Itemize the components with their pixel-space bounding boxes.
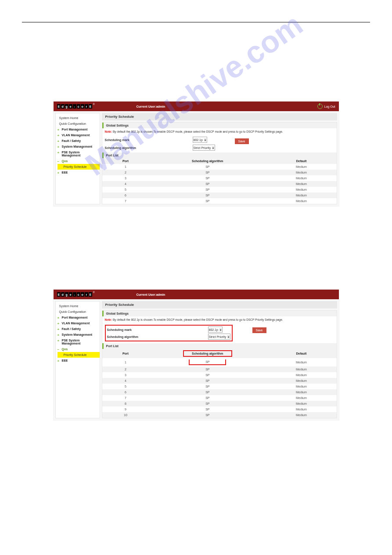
section-header-port-list: Port List <box>102 152 337 158</box>
select-value: 802.1p <box>209 328 218 331</box>
table-row[interactable]: 5SPMedium <box>102 187 337 192</box>
sidebar-item-quick[interactable]: Quick Configuration <box>56 309 100 315</box>
sidebar-item-eee[interactable]: +EEE <box>56 170 100 175</box>
col-alg: Scheduling algorithm <box>149 158 266 164</box>
save-button[interactable]: Save <box>235 138 249 144</box>
cell-port: 7 <box>102 198 149 204</box>
table-row[interactable]: 8SPMedium <box>102 401 337 406</box>
sidebar-item-priority-schedule[interactable]: Priority Schedule <box>58 164 100 170</box>
cell-alg: SP <box>149 378 266 384</box>
power-icon[interactable] <box>317 104 323 109</box>
table-row[interactable]: 1SPMedium <box>102 358 337 366</box>
sidebar-item-sys-mgmt[interactable]: +System Management <box>56 332 100 337</box>
sidebar-item-vlan-mgmt[interactable]: +VLAN Management <box>56 320 100 326</box>
save-button[interactable]: Save <box>252 327 266 333</box>
sidebar-item-port-mgmt[interactable]: +Port Management <box>56 127 100 132</box>
sidebar-item-label: EEE <box>62 171 68 174</box>
table-row[interactable]: 6SPMedium <box>102 192 337 198</box>
sidebar-item-pse[interactable]: +PSE System Management <box>56 337 100 346</box>
table-row[interactable]: 2SPMedium <box>102 170 337 175</box>
cell-default: Medium <box>266 378 336 384</box>
sidebar-item-priority-schedule[interactable]: Priority Schedule <box>58 352 100 358</box>
table-row[interactable]: 10SPMedium <box>102 412 337 418</box>
cell-alg: SP <box>149 358 266 366</box>
table-row[interactable]: 3SPMedium <box>102 372 337 378</box>
table-row[interactable]: 7SPMedium <box>102 395 337 401</box>
cell-port: 1 <box>102 164 149 170</box>
app-body: System Home Quick Configuration +Port Ma… <box>54 299 339 420</box>
table-row[interactable]: 1SPMedium <box>102 164 337 170</box>
sidebar-item-label: Port Management <box>62 316 88 319</box>
table-row[interactable]: 3SPMedium <box>102 175 337 181</box>
cell-default: Medium <box>266 389 336 395</box>
sidebar-item-label: EEE <box>62 359 68 362</box>
screenshot-1: E d g e - c o r E ® Current User:admin L… <box>54 102 339 206</box>
logo-char: E <box>57 292 61 297</box>
sched-mark-label: Scheduling mark <box>105 138 193 141</box>
cell-alg: SP <box>149 164 266 170</box>
sched-alg-label: Scheduling algorithm <box>105 146 193 149</box>
logo-char: - <box>73 104 76 109</box>
section-header-global: Global Settings <box>102 311 337 316</box>
cell-default: Medium <box>266 187 336 192</box>
cell-default: Medium <box>266 164 336 170</box>
sched-alg-select[interactable]: Strict Priority▾ <box>193 145 216 151</box>
select-value: 802.1p <box>194 138 203 141</box>
cell-port: 6 <box>102 192 149 198</box>
sidebar-item-sys-mgmt[interactable]: +System Management <box>56 144 100 149</box>
sidebar: System Home Quick Configuration +Port Ma… <box>55 113 100 204</box>
cell-default: Medium <box>266 372 336 378</box>
cell-default: Medium <box>266 175 336 181</box>
plus-icon: + <box>58 322 60 326</box>
table-row[interactable]: 6SPMedium <box>102 389 337 395</box>
plus-icon: + <box>58 134 60 138</box>
registered-mark: ® <box>93 103 95 105</box>
sidebar-item-label: System Management <box>62 145 93 148</box>
table-row[interactable]: 9SPMedium <box>102 406 337 412</box>
note-text: By default the 802.1p is chosen.To enabl… <box>113 130 283 133</box>
sidebar-item-port-mgmt[interactable]: +Port Management <box>56 315 100 320</box>
header-right: Log Out <box>317 104 335 109</box>
sched-mark-select[interactable]: 802.1p▾ <box>208 326 223 333</box>
cell-alg: SP <box>149 389 266 395</box>
sidebar-item-label: Qos <box>62 348 68 351</box>
app-header: E d g e - c o r E ® Current User:admin L… <box>54 102 339 111</box>
table-row[interactable]: 4SPMedium <box>102 378 337 384</box>
logo-char: o <box>81 104 84 109</box>
sidebar-item-eee[interactable]: +EEE <box>56 358 100 363</box>
col-default: Default <box>266 349 336 358</box>
chevron-down-icon: ▾ <box>219 328 222 331</box>
logout-link[interactable]: Log Out <box>324 105 335 108</box>
sidebar-item-label: PSE System Management <box>62 151 81 157</box>
table-row[interactable]: 2SPMedium <box>102 366 337 372</box>
sidebar-item-qos[interactable]: −Qos <box>56 346 100 352</box>
sidebar-item-vlan-mgmt[interactable]: +VLAN Management <box>56 132 100 138</box>
table-row[interactable]: 4SPMedium <box>102 181 337 187</box>
content: Priority Schedule Global Settings Note: … <box>100 299 339 420</box>
table-row[interactable]: 7SPMedium <box>102 198 337 204</box>
section-header-global: Global Settings <box>102 123 337 128</box>
logo-char: e <box>69 104 72 109</box>
logo: E d g e - c o r E ® <box>57 292 93 297</box>
logo-char: r <box>85 292 88 297</box>
logo: E d g e - c o r E ® <box>57 104 93 109</box>
sidebar-item-qos[interactable]: −Qos <box>56 158 100 164</box>
logo-char: g <box>65 292 68 297</box>
sidebar-item-fault-safety[interactable]: +Fault / Safety <box>56 138 100 144</box>
sidebar-item-home[interactable]: System Home <box>56 115 100 121</box>
current-user-label: Current User: <box>137 293 156 296</box>
form-area: Scheduling mark 802.1p▾ Scheduling algor… <box>102 135 337 152</box>
sidebar-item-home[interactable]: System Home <box>56 303 100 309</box>
logo-char: g <box>65 104 68 109</box>
sched-alg-select[interactable]: Strict Priority▾ <box>208 334 231 340</box>
sidebar-item-pse[interactable]: +PSE System Management <box>56 149 100 158</box>
note-text: By default the 802.1p is chosen.To enabl… <box>113 318 283 321</box>
note-label: Note: <box>105 318 112 321</box>
logo-char: c <box>77 292 80 297</box>
table-row[interactable]: 5SPMedium <box>102 384 337 389</box>
cell-default: Medium <box>266 406 336 412</box>
sched-mark-select[interactable]: 802.1p▾ <box>193 137 207 143</box>
sidebar-item-quick[interactable]: Quick Configuration <box>56 121 100 127</box>
sidebar-item-fault-safety[interactable]: +Fault / Safety <box>56 326 100 332</box>
note-label: Note: <box>105 130 112 133</box>
